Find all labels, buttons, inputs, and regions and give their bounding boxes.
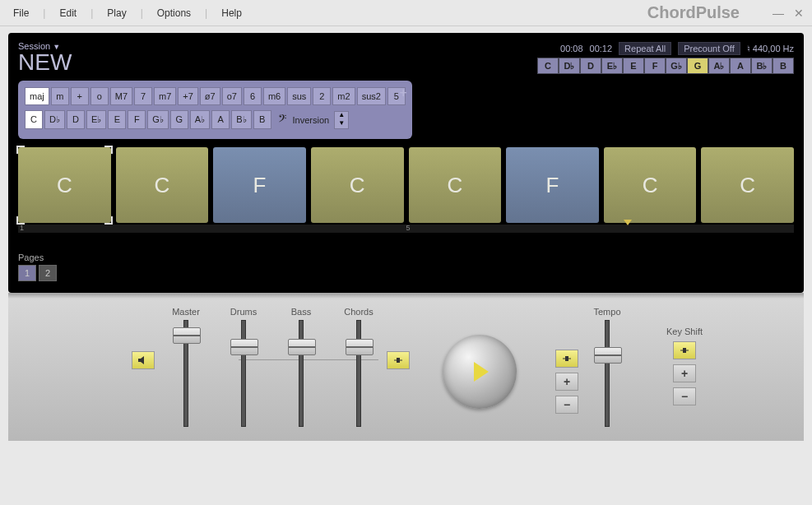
quality-+[interactable]: + — [71, 87, 89, 105]
song-name: NEW — [18, 51, 72, 74]
minimize-icon[interactable]: — — [773, 7, 784, 20]
master-fader[interactable]: Master — [169, 307, 203, 427]
chord-block-5[interactable]: F — [506, 147, 599, 223]
tempo-reset-button[interactable] — [555, 350, 578, 368]
chord-editor: + majm+oM77m7+7ø7o76m6sus2m2sus25 CD♭DE♭… — [18, 81, 412, 139]
quality-m[interactable]: m — [51, 87, 69, 105]
chord-block-2[interactable]: F — [213, 147, 306, 223]
time-total: 00:12 — [590, 44, 613, 53]
chord-block-6[interactable]: C — [604, 147, 697, 223]
key-B[interactable]: B — [773, 58, 794, 74]
spinner-up-icon[interactable]: ▲ — [335, 112, 348, 120]
chord-block-0[interactable]: C — [18, 147, 111, 223]
root-E♭[interactable]: E♭ — [86, 110, 106, 129]
drums-label: Drums — [230, 307, 257, 317]
root-A[interactable]: A — [211, 110, 230, 129]
key-B♭[interactable]: B♭ — [751, 58, 773, 74]
tempo-label: Tempo — [593, 307, 620, 317]
quality-m2[interactable]: m2 — [332, 87, 355, 105]
keyshift-reset-button[interactable] — [673, 341, 696, 359]
timeline-ruler[interactable]: 1 5 — [18, 225, 794, 233]
menu-help[interactable]: Help — [216, 6, 247, 21]
tuning[interactable]: ♮ 440,00 Hz — [747, 44, 794, 54]
root-A♭[interactable]: A♭ — [190, 110, 210, 129]
key-G♭[interactable]: G♭ — [666, 58, 687, 74]
key-E♭[interactable]: E♭ — [601, 58, 623, 74]
root-B♭[interactable]: B♭ — [231, 110, 251, 129]
menu-edit[interactable]: Edit — [54, 6, 81, 21]
chord-block-7[interactable]: C — [701, 147, 794, 223]
menu-file[interactable]: File — [8, 6, 34, 21]
mixer-reset-button[interactable] — [387, 351, 410, 369]
menu-play[interactable]: Play — [102, 6, 131, 21]
key-F[interactable]: F — [644, 58, 666, 74]
master-label: Master — [172, 307, 200, 317]
chord-block-1[interactable]: C — [116, 147, 209, 223]
quality-o[interactable]: o — [90, 87, 109, 105]
playhead-icon[interactable] — [624, 220, 632, 225]
chord-root-row: CD♭DE♭EFG♭GA♭AB♭B 𝄢 Inversion ▲ ▼ — [25, 110, 406, 129]
precount-mode[interactable]: Precount Off — [678, 42, 740, 55]
inversion-spinner[interactable]: ▲ ▼ — [334, 111, 349, 129]
key-D♭[interactable]: D♭ — [559, 58, 580, 74]
key-A[interactable]: A — [730, 58, 751, 74]
quality-o7[interactable]: o7 — [222, 87, 242, 105]
root-G♭[interactable]: G♭ — [147, 110, 169, 129]
time-elapsed: 00:08 — [560, 44, 583, 53]
play-button[interactable] — [443, 335, 517, 409]
root-G[interactable]: G — [170, 110, 188, 129]
main-menu: File| Edit| Play| Options| Help — [8, 6, 247, 21]
key-C[interactable]: C — [537, 58, 559, 74]
bass-fader[interactable]: Bass — [284, 307, 318, 427]
pages-label: Pages — [18, 252, 794, 262]
quality-maj[interactable]: maj — [25, 87, 49, 105]
drums-fader[interactable]: Drums — [226, 307, 261, 427]
chords-fader[interactable]: Chords — [341, 307, 376, 427]
quality-sus2[interactable]: sus2 — [357, 87, 386, 105]
page-2[interactable]: 2 — [39, 265, 57, 281]
pages-row: 12 — [18, 265, 794, 281]
menu-options[interactable]: Options — [152, 6, 196, 21]
svg-rect-3 — [565, 356, 568, 361]
chord-track: CCFCCFCC — [18, 147, 794, 223]
reset-icon — [561, 354, 573, 364]
speaker-icon — [137, 355, 149, 365]
quality-ø7[interactable]: ø7 — [200, 87, 220, 105]
key-D[interactable]: D — [580, 58, 601, 74]
root-E[interactable]: E — [108, 110, 126, 129]
bass-clef-icon[interactable]: 𝄢 — [278, 113, 286, 127]
root-F[interactable]: F — [128, 110, 146, 129]
app-title: ChordPulse — [647, 3, 740, 22]
key-G[interactable]: G — [687, 58, 708, 74]
root-C[interactable]: C — [25, 110, 43, 129]
keyshift-up-button[interactable]: + — [673, 364, 696, 382]
root-D♭[interactable]: D♭ — [44, 110, 65, 129]
quality-+7[interactable]: +7 — [178, 87, 198, 105]
quality-M7[interactable]: M7 — [110, 87, 132, 105]
add-chord-icon[interactable]: + — [400, 86, 407, 100]
control-panel: Master Drums Bass Chords — [8, 293, 804, 441]
tempo-up-button[interactable]: + — [555, 373, 578, 391]
close-icon[interactable]: ✕ — [794, 7, 804, 20]
page-1[interactable]: 1 — [18, 265, 36, 281]
chord-block-3[interactable]: C — [311, 147, 404, 223]
keyshift-down-button[interactable]: − — [673, 387, 696, 405]
tempo-down-button[interactable]: − — [555, 396, 578, 414]
key-E[interactable]: E — [623, 58, 644, 74]
root-B[interactable]: B — [253, 110, 271, 129]
root-D[interactable]: D — [67, 110, 85, 129]
quality-7[interactable]: 7 — [134, 87, 152, 105]
quality-m7[interactable]: m7 — [154, 87, 176, 105]
chord-block-4[interactable]: C — [409, 147, 502, 223]
mute-button[interactable] — [132, 351, 155, 369]
quality-6[interactable]: 6 — [244, 87, 262, 105]
spinner-down-icon[interactable]: ▼ — [335, 120, 348, 128]
quality-2[interactable]: 2 — [313, 87, 331, 105]
repeat-mode[interactable]: Repeat All — [619, 42, 671, 55]
svg-rect-1 — [397, 358, 400, 363]
quality-m6[interactable]: m6 — [263, 87, 285, 105]
quality-sus[interactable]: sus — [287, 87, 311, 105]
key-A♭[interactable]: A♭ — [708, 58, 730, 74]
tempo-fader[interactable]: Tempo — [590, 307, 624, 427]
arrangement-area: Session▼ NEW 00:08 00:12 Repeat All Prec… — [8, 33, 804, 293]
